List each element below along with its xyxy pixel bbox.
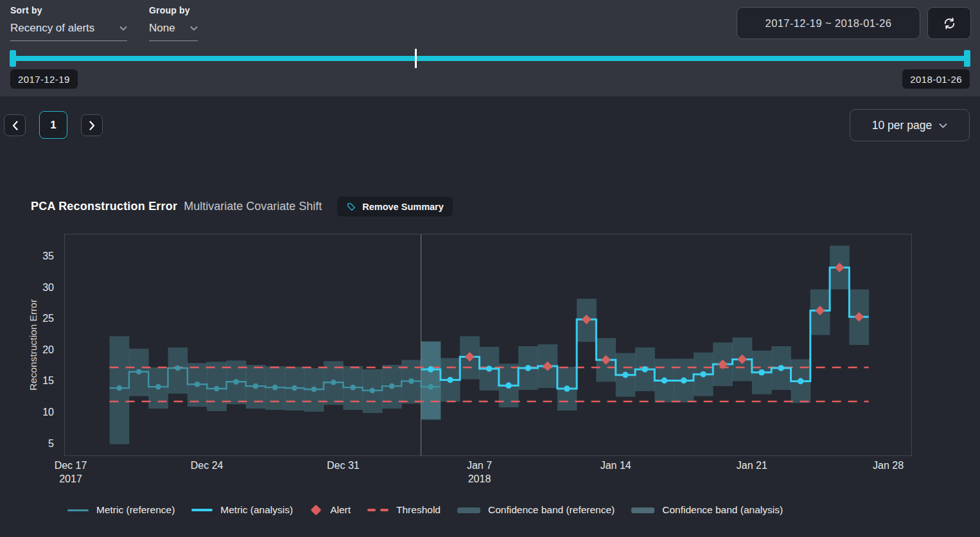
legend-item[interactable]: Threshold bbox=[367, 504, 441, 516]
analysis-point[interactable] bbox=[447, 377, 453, 383]
reference-point[interactable] bbox=[292, 385, 297, 391]
plot-border bbox=[65, 234, 912, 456]
sort-by-value: Recency of alerts bbox=[10, 22, 94, 35]
date-range-picker[interactable]: 2017-12-19 ~ 2018-01-26 bbox=[737, 7, 920, 39]
remove-summary-label: Remove Summary bbox=[362, 202, 444, 212]
page-number-button[interactable]: 1 bbox=[39, 111, 67, 139]
analysis-point[interactable] bbox=[525, 365, 531, 371]
confidence-band-reference-swatch bbox=[457, 507, 480, 513]
y-tick-label: 10 bbox=[15, 407, 54, 418]
x-tick-label: Dec 172017 bbox=[55, 459, 87, 486]
confidence-band-analysis bbox=[421, 341, 441, 419]
x-axis-ticks: Dec 172017Dec 24Dec 31Jan 72018Jan 14Jan… bbox=[64, 459, 912, 487]
sort-by-control: Sort by Recency of alerts bbox=[10, 5, 127, 41]
slider-end-date: 2018-01-26 bbox=[910, 74, 962, 85]
next-page-button[interactable] bbox=[81, 114, 103, 136]
legend-item[interactable]: Confidence band (reference) bbox=[457, 504, 615, 516]
reference-point[interactable] bbox=[311, 387, 317, 392]
legend-item-label: Confidence band (reference) bbox=[488, 504, 615, 516]
x-tick-label: Jan 14 bbox=[600, 459, 631, 472]
analysis-point[interactable] bbox=[642, 366, 648, 373]
legend-item[interactable]: Metric (analysis) bbox=[191, 504, 293, 516]
chart-header: PCA Reconstruction Error Multivariate Co… bbox=[31, 197, 453, 216]
date-range-slider-track[interactable] bbox=[10, 56, 970, 61]
tag-icon bbox=[346, 202, 356, 212]
y-tick-label: 30 bbox=[15, 282, 54, 294]
analysis-point[interactable] bbox=[681, 378, 687, 384]
x-tick-label: Jan 21 bbox=[737, 459, 767, 472]
reference-point[interactable] bbox=[272, 385, 278, 391]
current-page-number: 1 bbox=[50, 119, 56, 132]
reference-point[interactable] bbox=[233, 379, 239, 385]
chevron-down-icon bbox=[190, 26, 198, 31]
metric-chart-plot[interactable] bbox=[64, 234, 912, 456]
y-axis-ticks: 3530252015105 bbox=[21, 234, 59, 456]
metric-analysis-swatch bbox=[191, 509, 213, 511]
slider-start-date-chip: 2017-12-19 bbox=[10, 69, 78, 89]
reference-point[interactable] bbox=[155, 384, 161, 390]
analysis-point[interactable] bbox=[661, 378, 668, 384]
reference-point[interactable] bbox=[331, 380, 337, 385]
x-tick-label: Dec 24 bbox=[191, 459, 223, 472]
slider-handle-start[interactable] bbox=[10, 50, 16, 67]
analysis-point[interactable] bbox=[564, 385, 570, 392]
chevron-down-icon bbox=[119, 26, 127, 31]
reference-point[interactable] bbox=[408, 378, 414, 384]
remove-summary-button[interactable]: Remove Summary bbox=[337, 197, 453, 216]
page-size-value: 10 per page bbox=[872, 119, 932, 132]
page-size-select[interactable]: 10 per page bbox=[850, 109, 970, 141]
y-tick-label: 35 bbox=[15, 251, 54, 262]
refresh-sync-icon bbox=[942, 16, 957, 31]
reference-point[interactable] bbox=[428, 384, 433, 390]
slider-end-date-chip: 2018-01-26 bbox=[902, 69, 970, 89]
threshold-swatch bbox=[367, 509, 389, 511]
legend-item-label: Confidence band (analysis) bbox=[662, 504, 783, 516]
legend-item[interactable]: Alert bbox=[310, 504, 351, 516]
sort-by-label: Sort by bbox=[10, 5, 127, 15]
reference-point[interactable] bbox=[389, 383, 395, 389]
legend-item-label: Threshold bbox=[396, 504, 441, 516]
analysis-point[interactable] bbox=[428, 366, 434, 373]
alert-swatch bbox=[311, 505, 322, 516]
reference-point[interactable] bbox=[116, 385, 122, 391]
date-range-value: 2017-12-19 ~ 2018-01-26 bbox=[766, 17, 892, 30]
analysis-point[interactable] bbox=[700, 371, 706, 378]
reference-point[interactable] bbox=[214, 386, 220, 392]
reference-point[interactable] bbox=[350, 385, 356, 391]
reference-point[interactable] bbox=[253, 383, 259, 389]
x-tick-label: Dec 31 bbox=[327, 459, 360, 472]
group-by-select[interactable]: None bbox=[149, 22, 198, 41]
slider-handle-end[interactable] bbox=[964, 50, 970, 67]
reference-point[interactable] bbox=[136, 369, 142, 374]
legend-item-label: Metric (reference) bbox=[96, 504, 175, 516]
reference-point[interactable] bbox=[195, 382, 200, 387]
legend-item-label: Alert bbox=[330, 504, 351, 516]
analysis-point[interactable] bbox=[486, 365, 493, 372]
reference-point[interactable] bbox=[175, 365, 180, 371]
analysis-point[interactable] bbox=[622, 372, 629, 378]
legend-item[interactable]: Metric (reference) bbox=[67, 504, 175, 516]
reference-point[interactable] bbox=[370, 388, 376, 394]
y-tick-label: 15 bbox=[15, 375, 54, 387]
filter-toolbar: Sort by Recency of alerts Group by None … bbox=[0, 0, 980, 96]
confidence-band-analysis-swatch bbox=[631, 507, 654, 513]
analysis-point[interactable] bbox=[505, 382, 512, 389]
analysis-point[interactable] bbox=[778, 365, 785, 371]
prev-page-button[interactable] bbox=[4, 114, 26, 136]
chart-subtitle: Multivariate Covariate Shift bbox=[184, 200, 322, 213]
chevron-right-icon bbox=[89, 121, 95, 130]
slider-start-date: 2017-12-19 bbox=[18, 74, 70, 85]
x-tick-label: Jan 28 bbox=[873, 459, 904, 472]
legend-item-label: Metric (analysis) bbox=[220, 504, 293, 516]
sort-by-select[interactable]: Recency of alerts bbox=[10, 22, 127, 41]
chart-legend: Metric (reference)Metric (analysis)Alert… bbox=[67, 504, 783, 516]
y-tick-label: 25 bbox=[15, 313, 54, 324]
analysis-point[interactable] bbox=[798, 378, 804, 385]
group-by-label: Group by bbox=[149, 5, 198, 15]
refresh-button[interactable] bbox=[927, 7, 971, 39]
group-by-control: Group by None bbox=[149, 5, 198, 41]
chart-title: PCA Reconstruction Error bbox=[31, 200, 177, 213]
legend-item[interactable]: Confidence band (analysis) bbox=[631, 504, 783, 516]
analysis-point[interactable] bbox=[758, 369, 765, 376]
slider-split-marker bbox=[415, 49, 417, 68]
